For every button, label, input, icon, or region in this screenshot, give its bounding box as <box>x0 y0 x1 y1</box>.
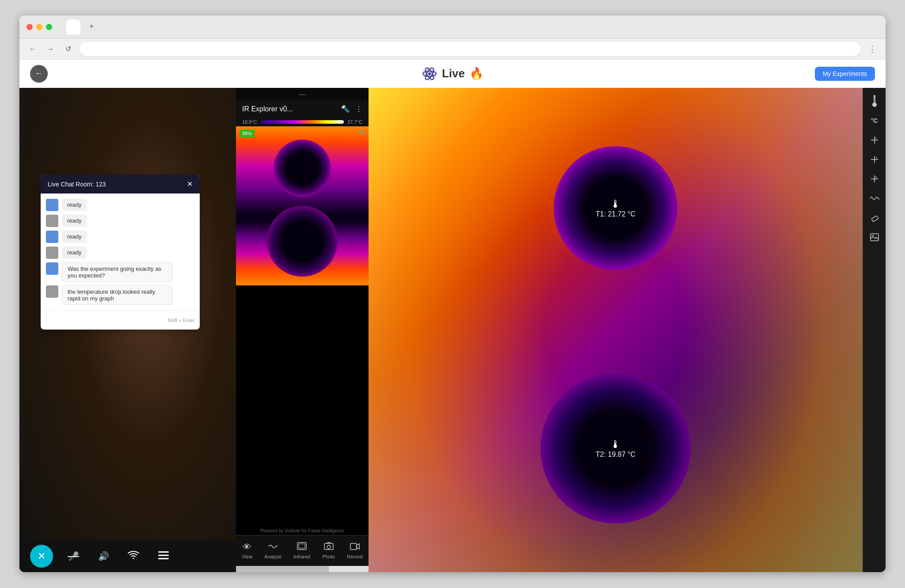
infrared-label: Infrared <box>293 554 310 559</box>
photo-icon <box>324 542 334 552</box>
ir-color-bar: 18.9°C 27.7°C <box>236 118 369 126</box>
svg-rect-15 <box>874 97 875 103</box>
ir-app-icons: 🔦 ⋮ <box>341 105 362 113</box>
volume-button[interactable]: 🔊 <box>94 546 113 566</box>
chat-message: the temperature drop looked really rapid… <box>62 285 172 305</box>
maximize-traffic-light[interactable] <box>46 24 52 30</box>
bottom-controls: ✕ 🎤 🔊 <box>19 540 236 572</box>
chat-message: Was the experiment going exactly as you … <box>62 262 172 282</box>
ir-label-top-right: IFI <box>359 130 365 135</box>
celsius-icon: °C <box>871 117 878 124</box>
signal-button[interactable] <box>124 546 143 566</box>
microphone-mute-icon: 🎤 <box>68 551 79 561</box>
mute-button[interactable]: 🎤 <box>64 546 83 566</box>
browser-titlebar: + <box>19 15 886 38</box>
list-item: ready <box>46 215 194 227</box>
powered-by-label: Powered by Institute for Future Intellig… <box>236 528 369 533</box>
svg-text:x: x <box>875 156 877 159</box>
browser-menu-button[interactable]: ⋮ <box>866 43 878 55</box>
thermometer-icon-2: 🌡 <box>596 438 635 451</box>
large-thermal-circle-bottom: 🌡 T2: 19.87 °C <box>540 373 691 524</box>
new-tab-button[interactable]: + <box>89 22 94 31</box>
chat-close-button[interactable]: ✕ <box>187 180 193 188</box>
chat-title: Live Chat Room: 123 <box>48 181 106 188</box>
ir-thermal-image: 98% IFI <box>236 126 369 285</box>
webcam-background <box>19 88 236 572</box>
phone-top-bar: — <box>236 88 369 100</box>
chat-input[interactable] <box>46 317 167 323</box>
svg-point-11 <box>327 545 331 549</box>
ir-nav-record[interactable]: Record <box>347 542 362 559</box>
address-bar[interactable] <box>80 42 861 56</box>
flashlight-icon[interactable]: 🔦 <box>341 105 350 113</box>
header-title: Live <box>442 67 465 80</box>
temp-max-label: 27.7°C <box>347 119 362 125</box>
thermal-circle-bottom <box>267 206 338 277</box>
right-panel: 🌡 T1: 21.72 °C 🌡 T2: 19.87 °C <box>369 88 863 572</box>
wave-tool-button[interactable] <box>867 190 882 206</box>
browser-tab[interactable] <box>66 19 80 34</box>
ir-image-area: 98% IFI <box>236 126 369 535</box>
chat-messages: ready ready ready ready <box>41 193 200 310</box>
infrared-icon <box>297 542 307 552</box>
my-experiments-button[interactable]: My Experiments <box>815 67 875 81</box>
refresh-button[interactable]: ↺ <box>62 43 74 55</box>
avatar <box>46 262 58 275</box>
thermometer-tool-button[interactable] <box>867 93 882 109</box>
chat-room: Live Chat Room: 123 ✕ ready ready <box>41 175 200 330</box>
avatar <box>46 247 58 259</box>
view-icon: 👁 <box>243 542 251 552</box>
back-button[interactable]: ← <box>27 43 39 55</box>
chat-input-area: Shift + Enter <box>41 310 200 330</box>
ir-nav-photo[interactable]: Photo <box>322 542 335 559</box>
ir-nav-infrared[interactable]: Infrared <box>293 542 310 559</box>
avatar <box>46 285 58 298</box>
thermal-circle-top <box>274 140 331 197</box>
svg-point-4 <box>428 72 431 75</box>
avatar <box>46 215 58 227</box>
hamburger-icon <box>158 550 169 562</box>
temp-2-label: T2: 19.87 °C <box>596 451 635 458</box>
ir-nav-view[interactable]: 👁 View <box>242 542 253 559</box>
svg-point-14 <box>872 102 877 107</box>
record-icon <box>350 542 360 552</box>
browser-window: + ← → ↺ ⋮ ← Live 🔥 My Experiments <box>19 15 886 572</box>
minimize-traffic-light[interactable] <box>36 24 42 30</box>
close-session-button[interactable]: ✕ <box>30 545 53 568</box>
eraser-tool-button[interactable] <box>867 210 882 226</box>
svg-rect-7 <box>158 558 169 559</box>
traffic-lights <box>27 24 52 30</box>
svg-rect-6 <box>158 555 169 556</box>
svg-text:t: t <box>875 136 877 140</box>
header-back-button[interactable]: ← <box>30 65 48 83</box>
battery-indicator: 98% <box>240 130 255 137</box>
ir-app-title: IR Explorer v0... <box>242 105 293 113</box>
close-traffic-light[interactable] <box>27 24 33 30</box>
volume-icon: 🔊 <box>98 551 109 561</box>
header-center: Live 🔥 <box>422 66 483 82</box>
celsius-tool-button[interactable]: °C <box>867 113 882 129</box>
chat-bubble: ready <box>62 199 87 211</box>
chat-header: Live Chat Room: 123 ✕ <box>41 175 200 193</box>
ir-nav-analyze[interactable]: Analyze <box>264 542 281 559</box>
avatar <box>46 199 58 211</box>
wifi-icon <box>127 550 140 562</box>
svg-rect-9 <box>299 544 305 548</box>
list-item: ready <box>46 247 194 259</box>
image-tool-button[interactable] <box>867 229 882 245</box>
scale-t-tool-button[interactable]: t <box>867 132 882 148</box>
science-logo-icon <box>422 66 437 82</box>
x-axis-tool-button[interactable]: x <box>867 152 882 167</box>
browser-navbar: ← → ↺ ⋮ <box>19 38 886 60</box>
record-label: Record <box>347 554 362 559</box>
analyze-icon <box>268 542 278 552</box>
temperature-gradient-bar <box>261 120 344 124</box>
more-options-icon[interactable]: ⋮ <box>355 105 362 113</box>
menu-button[interactable] <box>154 546 173 566</box>
minimize-icon: — <box>299 91 305 98</box>
main-content: Live Chat Room: 123 ✕ ready ready <box>19 88 886 572</box>
list-item: ready <box>46 199 194 211</box>
shift-enter-hint: Shift + Enter <box>167 318 194 323</box>
forward-button[interactable]: → <box>44 43 57 55</box>
y-axis-tool-button[interactable]: y <box>867 171 882 187</box>
